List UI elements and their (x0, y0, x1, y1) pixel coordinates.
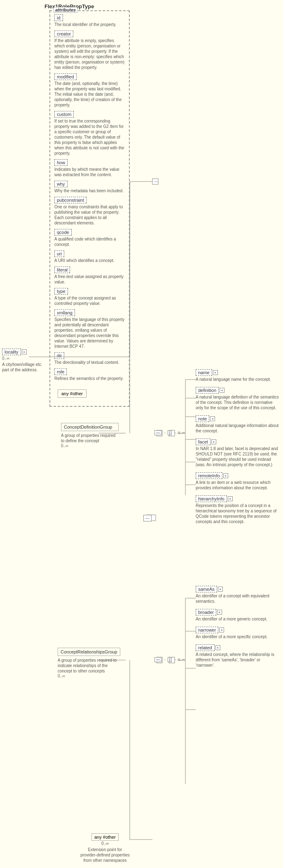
sequence-connector-2: — (154, 657, 161, 662)
broader-expand-icon[interactable]: + (217, 610, 222, 615)
locality-multiplicity: 0..∞ (2, 356, 43, 361)
attr-why-box: why (54, 181, 68, 187)
arrow-1: → (163, 431, 166, 435)
sameas-expand-icon[interactable]: + (218, 587, 223, 592)
attr-creator-desc: If the attribute is empty, specifies whi… (54, 38, 125, 70)
note-expand-icon[interactable]: + (210, 416, 215, 421)
attr-qcode-desc: A qualified code which identifies a conc… (54, 236, 125, 247)
attr-uri-box: uri (54, 250, 64, 257)
any-other-attrs: any #other (54, 385, 126, 402)
arrow-2: → (173, 431, 177, 435)
right-item-facet-desc: In NAR 1.8 and later, facet is deprecate… (196, 446, 280, 467)
locality-label: locality (5, 349, 19, 354)
attr-role: role Refines the semantics of the proper… (54, 368, 125, 381)
right-items-bottom: sameAs + An identifier of a concept with… (196, 586, 280, 673)
right-item-hierarchyinfo-desc: Represents the position of a concept in … (196, 503, 280, 524)
right-item-hierarchyinfo: hierarchyInfo + Represents the position … (196, 495, 280, 524)
arrow-4: → (173, 658, 177, 662)
right-item-name-desc: A natural language name for the concept. (196, 377, 280, 382)
arrow-3: → (163, 658, 166, 662)
attr-literal-desc: A free-text value assigned as property v… (54, 274, 125, 285)
diagram-container: Flex1RolePropType attributes id The loca… (0, 0, 283, 868)
concept-rel-group-label: ConceptRelationshipsGroup (61, 649, 117, 654)
attr-pubconstraint: pubconstraint One or many constraints th… (54, 197, 125, 226)
right-item-related-box: related (196, 644, 215, 651)
right-item-sameas-box: sameAs (196, 586, 217, 592)
attr-uri: uri A URI which identifies a concept. (54, 250, 125, 263)
right-item-facet: facet + In NAR 1.8 and later, facet is d… (196, 439, 280, 467)
attr-type: type A type of the concept assigned as c… (54, 288, 125, 306)
attr-dir: dir The directionality of textual conten… (54, 352, 125, 365)
svg-text:—: — (154, 179, 158, 184)
attr-modified-desc: The date (and, optionally, the time) whe… (54, 81, 125, 108)
any-other-bottom-desc: Extension point for provider-defined pro… (80, 847, 130, 863)
attr-modified: modified The date (and, optionally, the … (54, 73, 125, 108)
concept-def-group-box: ConceptDefinitionGroup (61, 423, 119, 431)
choice-connector-1: | (168, 430, 172, 435)
facet-expand-icon[interactable]: + (211, 439, 216, 444)
right-item-definition: definition + A natural language definiti… (196, 387, 280, 410)
right-item-narrower-desc: An identifier of a more specific concept… (196, 634, 280, 639)
right-items-top: name + A natural language name for the c… (196, 369, 280, 529)
attr-how: how Indicates by which means the value w… (54, 159, 125, 177)
attr-custom: custom If set to true the corresponding … (54, 111, 125, 156)
attr-xmllang-box: xmllang (54, 309, 75, 316)
right-item-hierarchyinfo-box: hierarchyInfo (196, 495, 227, 502)
attr-how-box: how (54, 159, 68, 166)
right-item-sameas: sameAs + An identifier of a concept with… (196, 586, 280, 604)
narrower-expand-icon[interactable]: + (219, 627, 224, 632)
attr-type-box: type (54, 288, 68, 295)
right-item-remoteinfo: remoteInfo + A link to an item or a web … (196, 472, 280, 491)
name-expand-icon[interactable]: + (213, 370, 218, 375)
attr-modified-box: modified (54, 73, 77, 80)
attr-literal-box: literal (54, 267, 70, 273)
rel-group-connectors: — → | → 0..∞ (154, 657, 185, 662)
right-item-related: related + A related concept, where the r… (196, 644, 280, 668)
locality-expand-icon[interactable]: + (22, 349, 27, 354)
attr-why: why Why the metadata has been included. (54, 181, 125, 193)
concept-rel-group-container: ConceptRelationshipsGroup A group of pro… (58, 648, 120, 678)
attr-why-desc: Why the metadata has been included. (54, 188, 125, 193)
attr-qcode: qcode A qualified code which identifies … (54, 229, 125, 247)
concept-def-group-container: ConceptDefinitionGroup A group of proper… (61, 423, 119, 448)
concept-rel-group-desc: A group of properties required to indica… (58, 658, 119, 674)
attr-qcode-box: qcode (54, 229, 72, 236)
attributes-label: attributes (54, 7, 77, 13)
concept-def-group-label: ConceptDefinitionGroup (64, 425, 112, 429)
hierarchyinfo-expand-icon[interactable]: + (228, 496, 233, 501)
attr-id: id The local identifier of the property. (54, 14, 125, 27)
attr-creator: creator If the attribute is empty, speci… (54, 31, 125, 70)
any-other-bottom-box: any #other (91, 833, 119, 841)
attr-role-box: role (54, 368, 67, 375)
attr-id-box: id (54, 14, 63, 21)
attributes-box: attributes id The local identifier of th… (49, 10, 130, 407)
choice-connector-2: | (168, 657, 172, 662)
right-item-facet-box: facet (196, 439, 210, 445)
remoteinfo-expand-icon[interactable]: + (223, 473, 228, 478)
attr-role-desc: Refines the semantics of the property. (54, 376, 125, 381)
attr-literal: literal A free-text value assigned as pr… (54, 267, 125, 285)
locality-container: locality + 0..∞ A city/town/village etc.… (2, 349, 43, 373)
attr-uri-desc: A URI which identifies a concept. (54, 258, 125, 263)
concept-def-group-mult: 0..∞ (61, 443, 119, 448)
right-item-note-desc: Additional natural language information … (196, 423, 280, 434)
definition-expand-icon[interactable]: + (220, 388, 225, 393)
right-item-note-box: note (196, 415, 209, 422)
attr-xmllang-desc: Specifies the language of this property … (54, 317, 125, 349)
concept-rel-group-box: ConceptRelationshipsGroup (58, 648, 120, 656)
right-item-broader-desc: An identifier of a more generic concept. (196, 616, 280, 622)
right-item-broader: broader + An identifier of a more generi… (196, 609, 280, 622)
right-item-definition-desc: A natural language definition of the sem… (196, 394, 280, 410)
right-item-name-box: name (196, 369, 212, 376)
concept-rel-group-mult: 0..∞ (58, 674, 120, 678)
svg-rect-1 (152, 179, 158, 184)
right-item-note: note + Additional natural language infor… (196, 415, 280, 434)
attr-pubconstraint-desc: One or many constraints that apply to pu… (54, 204, 125, 226)
def-group-connectors: — → | → 0..∞ (154, 430, 185, 435)
right-item-broader-box: broader (196, 609, 216, 616)
concept-def-group-desc: A group of properties required to define… (61, 433, 119, 443)
right-item-narrower-box: narrower (196, 627, 218, 633)
related-expand-icon[interactable]: + (215, 645, 220, 650)
attr-xmllang: xmllang Specifies the language of this p… (54, 309, 125, 349)
any-other-attrs-box: any #other (58, 389, 87, 398)
